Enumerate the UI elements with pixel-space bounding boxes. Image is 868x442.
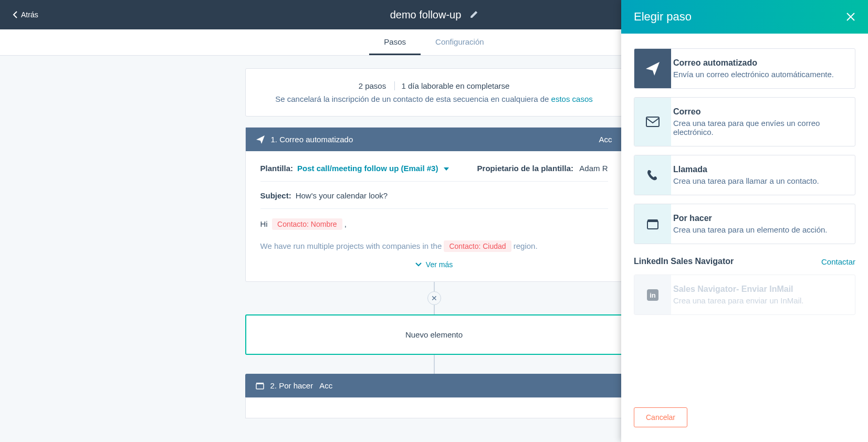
option-desc: Envía un correo electrónico automáticame…: [673, 70, 845, 79]
panel-footer: Cancelar: [621, 398, 868, 442]
svg-rect-2: [646, 117, 659, 127]
linkedin-label: LinkedIn Sales Navigator: [634, 257, 734, 266]
back-label: Atrás: [21, 10, 38, 19]
divider: [260, 208, 608, 209]
edit-title-button[interactable]: [469, 10, 478, 19]
body-line2: We have run multiple projects with compa…: [260, 240, 608, 252]
summary-line2: Se cancelará la inscripción de un contac…: [263, 94, 606, 103]
back-button[interactable]: Atrás: [13, 10, 38, 19]
option-desc: Crea una tarea para enviar un InMail.: [673, 296, 845, 305]
linkedin-row: LinkedIn Sales Navigator Contactar: [634, 257, 855, 266]
option-todo[interactable]: Por hacer Crea una tarea para un element…: [634, 204, 855, 244]
option-title: Correo: [673, 107, 845, 117]
option-automated-email[interactable]: Correo automatizado Envía un correo elec…: [634, 48, 855, 89]
svg-rect-1: [256, 383, 264, 384]
send-icon: [634, 49, 671, 88]
template-row: Plantilla: Post call/meeting follow up (…: [260, 164, 608, 173]
step-1-actions[interactable]: Acc: [599, 135, 612, 144]
owner-label: Propietario de la plantilla:: [477, 164, 573, 173]
svg-rect-3: [647, 221, 658, 229]
phone-icon: [634, 155, 671, 195]
step-2-body: [245, 397, 623, 418]
connector-line: [434, 355, 435, 374]
pencil-icon: [469, 10, 478, 19]
template-label: Plantilla:: [260, 164, 294, 173]
linkedin-contact-link[interactable]: Contactar: [821, 257, 855, 266]
tab-config[interactable]: Configuración: [421, 29, 499, 55]
svg-rect-4: [647, 219, 658, 222]
option-desc: Crea una tarea para un elemento de acció…: [673, 225, 845, 234]
subject-value: How's your calendar look?: [296, 191, 388, 200]
see-more-label: Ver más: [426, 260, 453, 269]
connector-1: ✕: [427, 282, 441, 314]
token-contact-city[interactable]: Contacto: Ciudad: [444, 240, 511, 252]
option-title: Correo automatizado: [673, 58, 845, 68]
chevron-left-icon: [13, 10, 18, 19]
owner-value: Adam R: [579, 164, 608, 173]
summary-line1: 2 pasos 1 día laborable en completarse: [263, 81, 606, 90]
summary-steps: 2 pasos: [359, 81, 386, 90]
panel-title: Elegir paso: [634, 10, 692, 24]
option-title: Por hacer: [673, 214, 845, 223]
tab-steps[interactable]: Pasos: [369, 29, 421, 55]
chevron-down-icon: [444, 167, 449, 171]
summary-card: 2 pasos 1 día laborable en completarse S…: [245, 68, 623, 117]
step-2-actions[interactable]: Acc: [319, 381, 332, 390]
option-desc: Crea una tarea para llamar a un contacto…: [673, 176, 845, 185]
option-linkedin-inmail: in Sales Navigator- Enviar InMail Crea u…: [634, 275, 855, 315]
body-line2b: region.: [514, 241, 538, 250]
svg-rect-0: [256, 384, 264, 389]
option-title: Sales Navigator- Enviar InMail: [673, 285, 845, 294]
option-title: Llamada: [673, 165, 845, 174]
page-title-wrap: demo follow-up: [390, 9, 478, 21]
unenroll-text: Se cancelará la inscripción de un contac…: [275, 94, 551, 103]
divider: [260, 181, 608, 182]
chevron-down-icon: [415, 262, 422, 267]
connector-2: [434, 355, 435, 374]
close-panel-button[interactable]: [846, 12, 855, 22]
option-email[interactable]: Correo Crea una tarea para que envíes un…: [634, 97, 855, 146]
send-icon: [256, 135, 265, 144]
connector-line: [434, 305, 435, 314]
template-name: Post call/meeting follow up (Email #3): [297, 164, 438, 173]
step-1-card: 1. Correo automatizado Acc Plantilla: Po…: [245, 127, 623, 282]
new-element-label: Nuevo elemento: [405, 330, 463, 339]
step-1-title: 1. Correo automatizado: [271, 135, 353, 144]
panel-header: Elegir paso: [621, 0, 868, 34]
page-title: demo follow-up: [390, 9, 462, 21]
close-icon: [846, 12, 855, 22]
svg-text:in: in: [650, 291, 656, 299]
connector-line: [434, 282, 435, 291]
email-body: Hi Contacto: Nombre , We have run multip…: [260, 218, 608, 252]
summary-separator: [394, 81, 395, 90]
summary-duration: 1 día laborable en completarse: [401, 81, 509, 90]
subject-label: Subject:: [260, 191, 291, 200]
mail-icon: [634, 98, 671, 146]
body-hi: Hi: [260, 219, 268, 228]
template-selector[interactable]: Post call/meeting follow up (Email #3): [297, 164, 449, 173]
see-more-button[interactable]: Ver más: [260, 252, 608, 277]
new-element-card[interactable]: Nuevo elemento: [245, 314, 623, 355]
template-owner: Propietario de la plantilla: Adam R: [477, 164, 608, 173]
step-2-header: 2. Por hacer Acc: [245, 374, 623, 397]
step-2-title: 2. Por hacer: [270, 381, 313, 390]
token-contact-name[interactable]: Contacto: Nombre: [272, 218, 342, 230]
option-desc: Crea una tarea para que envíes un correo…: [673, 119, 845, 136]
option-call[interactable]: Llamada Crea una tarea para llamar a un …: [634, 155, 855, 195]
unenroll-link[interactable]: estos casos: [551, 94, 593, 103]
body-line2a: We have run multiple projects with compa…: [260, 241, 444, 250]
step-1-body: Plantilla: Post call/meeting follow up (…: [246, 151, 623, 281]
panel-body: Correo automatizado Envía un correo elec…: [621, 34, 868, 398]
cancel-button[interactable]: Cancelar: [634, 407, 687, 427]
todo-icon: [256, 382, 264, 390]
step-1-header: 1. Correo automatizado Acc: [246, 128, 623, 151]
subject-row: Subject: How's your calendar look?: [260, 191, 608, 200]
todo-icon: [634, 204, 671, 244]
remove-step-button[interactable]: ✕: [427, 291, 441, 305]
linkedin-icon: in: [634, 275, 671, 314]
close-icon: ✕: [431, 294, 437, 302]
choose-step-panel: Elegir paso Correo automatizado Envía un…: [621, 0, 868, 442]
